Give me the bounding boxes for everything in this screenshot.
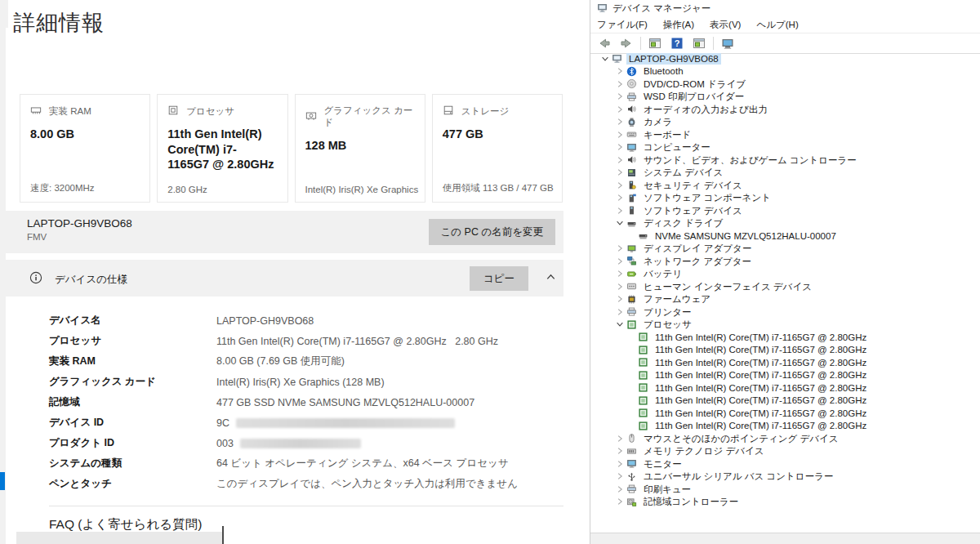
console-window-icon[interactable]: [647, 35, 663, 51]
chevron-down-icon[interactable]: [599, 54, 611, 64]
tree-item[interactable]: LAPTOP-GH9VBO68: [590, 52, 980, 65]
tree-item[interactable]: ディスプレイ アダプター: [590, 243, 980, 256]
chevron-up-icon[interactable]: [545, 271, 557, 287]
chevron-right-icon[interactable]: [613, 256, 626, 266]
tree-item[interactable]: ユニバーサル シリアル バス コントローラー: [590, 470, 980, 484]
chevron-right-icon[interactable]: [613, 155, 626, 165]
tree-item[interactable]: 印刷キュー: [590, 483, 980, 496]
chevron-right-icon[interactable]: [613, 91, 626, 101]
tree-item-label: 印刷キュー: [641, 484, 693, 495]
tree-item[interactable]: ディスク ドライブ: [590, 217, 980, 230]
tree-item[interactable]: 11th Gen Intel(R) Core(TM) i7-1165G7 @ 2…: [590, 407, 980, 420]
tree-item-label: 11th Gen Intel(R) Core(TM) i7-1165G7 @ 2…: [653, 382, 869, 394]
tree-item[interactable]: コンピューター: [590, 141, 980, 154]
tree-item[interactable]: オーディオの入力および出力: [590, 103, 980, 116]
back-arrow-icon[interactable]: [596, 35, 612, 51]
help-icon[interactable]: ?: [669, 35, 685, 51]
tree-item[interactable]: 11th Gen Intel(R) Core(TM) i7-1165G7 @ 2…: [590, 344, 980, 357]
chevron-right-icon[interactable]: [613, 471, 626, 481]
tree-item[interactable]: プロセッサ: [590, 319, 980, 332]
chevron-down-icon[interactable]: [613, 218, 626, 228]
chevron-right-icon[interactable]: [613, 434, 626, 444]
security-icon: [626, 180, 638, 190]
chevron-right-icon[interactable]: [613, 294, 626, 304]
copy-button[interactable]: コピー: [470, 266, 528, 291]
tree-item[interactable]: マウスとそのほかのポインティング デバイス: [590, 432, 980, 445]
cpu-icon: [637, 395, 649, 406]
chevron-right-icon[interactable]: [613, 459, 626, 469]
chevron-right-icon[interactable]: [613, 282, 626, 292]
chevron-right-icon[interactable]: [613, 181, 626, 190]
chevron-right-icon[interactable]: [613, 269, 626, 279]
chevron-right-icon[interactable]: [613, 446, 626, 456]
printer-icon: [626, 484, 638, 494]
chevron-right-icon[interactable]: [613, 105, 626, 114]
tree-item[interactable]: システム デバイス: [590, 167, 980, 180]
remote-desktop-icon[interactable]: [719, 35, 736, 51]
menu-item-3[interactable]: ヘルプ(H): [756, 19, 798, 31]
chevron-down-icon[interactable]: [613, 319, 626, 329]
chevron-right-icon[interactable]: [613, 142, 626, 152]
chevron-right-icon[interactable]: [613, 206, 626, 216]
tree-item[interactable]: ソフトウェア コンポーネント: [590, 192, 980, 205]
card-value: 8.00 GB: [30, 127, 140, 142]
tree-item[interactable]: モニター: [590, 457, 980, 470]
tree-item[interactable]: ファームウェア: [590, 293, 980, 306]
tree-item-label: 11th Gen Intel(R) Core(TM) i7-1165G7 @ 2…: [653, 357, 869, 368]
tree-item[interactable]: 11th Gen Intel(R) Core(TM) i7-1165G7 @ 2…: [590, 369, 980, 382]
section-divider: [49, 506, 564, 506]
tree-item[interactable]: キーボード: [590, 128, 980, 141]
tree-item[interactable]: 11th Gen Intel(R) Core(TM) i7-1165G7 @ 2…: [590, 395, 980, 408]
disc-icon: [626, 78, 638, 89]
tree-item[interactable]: プリンター: [590, 305, 980, 319]
tree-item[interactable]: セキュリティ デバイス: [590, 179, 980, 192]
rename-pc-button[interactable]: この PC の名前を変更: [429, 219, 555, 245]
device-spec-header: デバイスの仕様 コピー: [6, 260, 564, 297]
chevron-right-icon[interactable]: [613, 130, 626, 140]
chevron-right-icon[interactable]: [613, 167, 626, 177]
tree-item[interactable]: 11th Gen Intel(R) Core(TM) i7-1165G7 @ 2…: [590, 420, 980, 433]
bluetooth-icon: [626, 66, 638, 77]
chevron-right-icon[interactable]: [613, 117, 626, 127]
camera-icon: [626, 117, 638, 127]
chevron-right-icon[interactable]: [613, 66, 626, 76]
tree-item-label: セキュリティ デバイス: [641, 180, 745, 191]
chevron-right-icon[interactable]: [613, 484, 626, 494]
tree-item[interactable]: WSD 印刷プロバイダー: [590, 91, 980, 104]
cpu-icon: [637, 408, 649, 418]
spec-label: 記憶域: [49, 395, 216, 409]
horizontal-scrollbar[interactable]: [16, 532, 222, 544]
tree-item[interactable]: ネットワーク アダプター: [590, 255, 980, 268]
chevron-right-icon[interactable]: [613, 193, 626, 203]
chevron-right-icon[interactable]: [613, 79, 626, 89]
chevron-right-icon[interactable]: [613, 497, 626, 506]
display-icon: [626, 243, 638, 254]
tree-item[interactable]: DVD/CD-ROM ドライブ: [590, 78, 980, 91]
console-window-icon[interactable]: [691, 35, 707, 51]
chevron-right-icon[interactable]: [613, 243, 626, 253]
card-value: 128 MB: [305, 138, 415, 154]
usb-icon: [626, 471, 638, 482]
menu-item-2[interactable]: 表示(V): [710, 19, 741, 31]
tree-item[interactable]: NVMe SAMSUNG MZVLQ512HALU-00007: [590, 230, 980, 243]
tree-item[interactable]: メモリ テクノロジ デバイス: [590, 445, 980, 458]
tree-item[interactable]: バッテリ: [590, 268, 980, 281]
chevron-right-icon[interactable]: [613, 307, 626, 317]
tree-item[interactable]: カメラ: [590, 116, 980, 129]
tree-item[interactable]: 記憶域コントローラー: [590, 496, 980, 509]
forward-arrow-icon[interactable]: [618, 35, 635, 51]
menu-item-0[interactable]: ファイル(F): [597, 19, 648, 31]
tree-item[interactable]: 11th Gen Intel(R) Core(TM) i7-1165G7 @ 2…: [590, 331, 980, 344]
menu-item-1[interactable]: 操作(A): [663, 19, 694, 31]
device-name-bar: LAPTOP-GH9VBO68 FMV この PC の名前を変更: [6, 211, 564, 253]
tree-item[interactable]: ヒューマン インターフェイス デバイス: [590, 280, 980, 293]
tree-item[interactable]: 11th Gen Intel(R) Core(TM) i7-1165G7 @ 2…: [590, 356, 980, 369]
tree-item[interactable]: Bluetooth: [590, 65, 980, 78]
spec-card-cpu: プロセッサ11th Gen Intel(R) Core(TM) i7-1165G…: [157, 94, 287, 203]
spec-table: デバイス名LAPTOP-GH9VBO68プロセッサ11th Gen Intel(…: [49, 310, 564, 494]
tree-item[interactable]: サウンド、ビデオ、およびゲーム コントローラー: [590, 154, 980, 167]
spec-value-text: 11th Gen Intel(R) Core(TM) i7-1165G7 @ 2…: [216, 336, 498, 347]
tree-item[interactable]: ソフトウェア デバイス: [590, 204, 980, 217]
spec-label: グラフィックス カード: [49, 375, 216, 389]
tree-item[interactable]: 11th Gen Intel(R) Core(TM) i7-1165G7 @ 2…: [590, 381, 980, 395]
